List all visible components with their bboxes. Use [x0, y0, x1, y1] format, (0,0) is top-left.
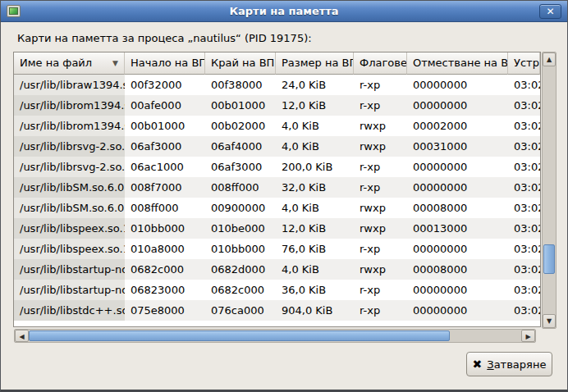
window-title: Карти на паметта: [1, 5, 567, 17]
cell-vm_end: 0682c000: [205, 280, 276, 300]
cell-vm_start: 06ac1000: [125, 157, 205, 177]
cell-filename: /usr/lib/libstdc++.so.: [14, 300, 125, 321]
table-row[interactable]: /usr/lib/librsvg-2.so.206af300006af40004…: [14, 136, 540, 157]
column-header-label: Начало на ВП: [131, 52, 205, 74]
column-header-label: Устройство: [514, 52, 540, 74]
cell-filename: /usr/lib/libstartup-not: [14, 259, 125, 280]
cell-device: 03:02: [508, 239, 540, 259]
cell-flags: r-xp: [354, 75, 407, 95]
cell-device: 03:02: [508, 218, 540, 239]
cell-vm_size: 4,0 KiB: [276, 136, 354, 157]
cell-device: 03:02: [508, 136, 540, 157]
cell-vm_offset: 00008000: [407, 259, 508, 280]
cell-device: 03:02: [508, 157, 540, 177]
vertical-scrollbar-thumb[interactable]: [543, 244, 555, 274]
cell-vm_end: 008ff000: [205, 177, 276, 198]
cell-device: 03:02: [508, 75, 540, 95]
table-row[interactable]: /usr/lib/libSM.so.6.0.0008ff000009000004…: [14, 198, 540, 218]
cell-flags: r-xp: [354, 300, 407, 321]
cell-vm_offset: 00000000: [407, 75, 508, 95]
cell-device: 03:02: [508, 300, 540, 321]
cell-device: 03:02: [508, 177, 540, 198]
window-close-button[interactable]: ✕: [539, 4, 561, 19]
scroll-down-icon[interactable]: ▼: [543, 314, 556, 328]
table-row[interactable]: /usr/lib/librsvg-2.so.206ac100006af30002…: [14, 157, 540, 177]
cell-vm_start: 06823000: [125, 280, 205, 300]
process-description-label: Карти на паметта за процеса „nautilus“ (…: [17, 32, 312, 44]
close-button-label: Затваряне: [487, 358, 546, 371]
table-row[interactable]: /usr/lib/libraw1394.so00f3200000f3800024…: [14, 75, 540, 95]
vertical-scrollbar[interactable]: ▲ ▼: [542, 52, 557, 329]
cell-vm_end: 010bb000: [205, 239, 276, 259]
cell-vm_offset: 00000000: [407, 157, 508, 177]
memory-maps-dialog: Карти на паметта ✕ Карти на паметта за п…: [0, 0, 568, 392]
cell-filename: /usr/lib/libstartup-not: [14, 280, 125, 300]
cell-vm_offset: 00000000: [407, 177, 508, 198]
cell-filename: /usr/lib/libSM.so.6.0.0: [14, 177, 125, 198]
cell-vm_end: 06af3000: [205, 157, 276, 177]
table-row[interactable]: /usr/lib/libstartup-not0682c0000682d0004…: [14, 259, 540, 280]
system-monitor-icon: [7, 5, 21, 17]
cell-vm_start: 075e8000: [125, 300, 205, 321]
column-header-label: Име на файл: [20, 52, 92, 74]
cell-filename: /usr/lib/libspeex.so.1: [14, 218, 125, 239]
cell-vm_offset: 00002000: [407, 116, 508, 136]
cell-filename: /usr/lib/libraw1394.so: [14, 75, 125, 95]
cell-vm_start: 008f7000: [125, 177, 205, 198]
cell-vm_start: 010a8000: [125, 239, 205, 259]
cell-flags: r-xp: [354, 280, 407, 300]
cell-vm_end: 00900000: [205, 198, 276, 218]
horizontal-scrollbar-thumb[interactable]: [29, 330, 450, 341]
cell-vm_size: 4,0 KiB: [276, 259, 354, 280]
cell-filename: /usr/lib/librsvg-2.so.2: [14, 157, 125, 177]
cell-vm_end: 00b01000: [205, 95, 276, 116]
column-header-vm_start[interactable]: Начало на ВП: [125, 52, 205, 75]
cell-flags: rwxp: [354, 259, 407, 280]
cell-filename: /usr/lib/libspeex.so.1: [14, 239, 125, 259]
column-header-device[interactable]: Устройство: [508, 52, 540, 75]
table-row[interactable]: /usr/lib/librom1394.so00b0100000b020004,…: [14, 116, 540, 136]
table-row[interactable]: /usr/lib/libSM.so.6.0.0008f7000008ff0003…: [14, 177, 540, 198]
scroll-up-icon[interactable]: ▲: [543, 52, 556, 66]
column-header-label: Край на ВП: [211, 52, 274, 74]
cell-flags: rwxp: [354, 218, 407, 239]
title-bar[interactable]: Карти на паметта ✕: [1, 1, 567, 22]
cell-flags: rwxp: [354, 136, 407, 157]
scroll-left-icon[interactable]: ◀: [15, 330, 29, 342]
cell-vm_offset: 00031000: [407, 136, 508, 157]
cell-vm_size: 36,0 KiB: [276, 280, 354, 300]
cell-filename: /usr/lib/libSM.so.6.0.0: [14, 198, 125, 218]
table-header: Име на файл▼Начало на ВПКрай на ВПРазмер…: [14, 52, 540, 75]
cell-vm_start: 00afe000: [125, 95, 205, 116]
table-row[interactable]: /usr/lib/libspeex.so.1010bb000010be00012…: [14, 218, 540, 239]
table-row[interactable]: /usr/lib/libspeex.so.1010a8000010bb00076…: [14, 239, 540, 259]
table-row[interactable]: /usr/lib/libstdc++.so.075e8000076ca00090…: [14, 300, 540, 321]
column-header-vm_end[interactable]: Край на ВП: [205, 52, 276, 75]
cell-flags: r-xp: [354, 177, 407, 198]
table-body: /usr/lib/libraw1394.so00f3200000f3800024…: [14, 75, 540, 321]
horizontal-scrollbar[interactable]: ◀ ▶: [14, 329, 536, 343]
close-button[interactable]: ✖ Затваряне: [466, 352, 552, 376]
column-header-flags[interactable]: Флагове: [354, 52, 407, 75]
table-row[interactable]: /usr/lib/librom1394.so00afe00000b0100012…: [14, 95, 540, 116]
cell-vm_size: 24,0 KiB: [276, 75, 354, 95]
table-row[interactable]: /usr/lib/libstartup-not068230000682c0003…: [14, 280, 540, 300]
cell-vm_start: 008ff000: [125, 198, 205, 218]
cell-vm_start: 00f32000: [125, 75, 205, 95]
cell-vm_size: 12,0 KiB: [276, 218, 354, 239]
cell-vm_offset: 00000000: [407, 239, 508, 259]
cell-flags: r-xp: [354, 157, 407, 177]
scroll-right-icon[interactable]: ▶: [521, 330, 535, 342]
cell-vm_size: 904,0 KiB: [276, 300, 354, 321]
column-header-vm_size[interactable]: Размер на ВП: [276, 52, 354, 75]
column-header-filename[interactable]: Име на файл▼: [14, 52, 125, 75]
cell-filename: /usr/lib/librom1394.so: [14, 116, 125, 136]
cell-vm_size: 4,0 KiB: [276, 116, 354, 136]
cell-device: 03:02: [508, 259, 540, 280]
cell-vm_end: 00f38000: [205, 75, 276, 95]
cell-vm_offset: 00000000: [407, 95, 508, 116]
cell-vm_size: 32,0 KiB: [276, 177, 354, 198]
cell-vm_end: 010be000: [205, 218, 276, 239]
cell-device: 03:02: [508, 280, 540, 300]
column-header-vm_offset[interactable]: Отместване на ВП: [407, 52, 508, 75]
